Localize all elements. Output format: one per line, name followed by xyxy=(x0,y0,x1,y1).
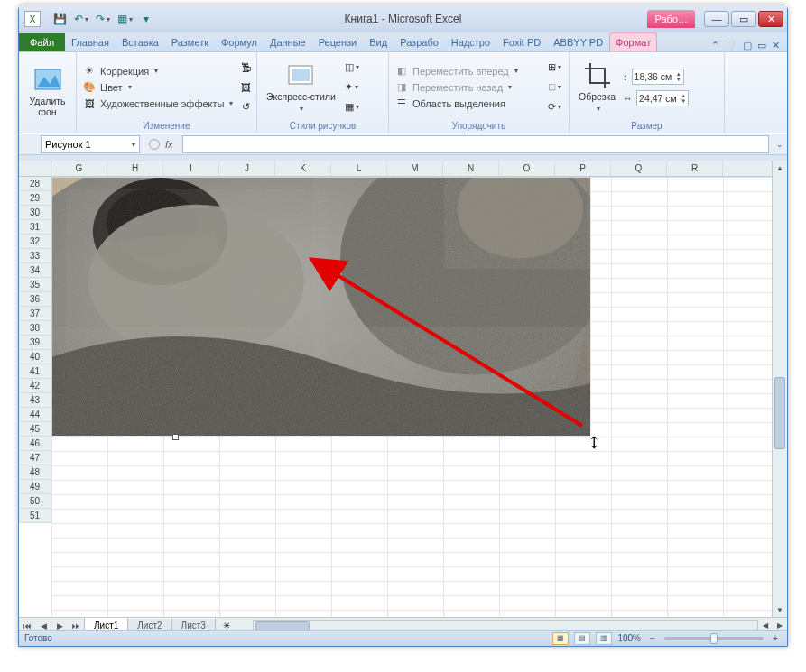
artistic-effects-button[interactable]: 🖼 Художественные эффекты▾ xyxy=(82,97,233,111)
change-picture-icon[interactable]: 🖼 xyxy=(236,78,255,97)
picture-object[interactable] xyxy=(51,177,591,437)
undo-icon[interactable]: ↶▾ xyxy=(72,10,90,28)
tab-last-icon[interactable]: ⏭ xyxy=(68,621,84,631)
row-header[interactable]: 51 xyxy=(19,509,51,523)
row-header[interactable]: 47 xyxy=(19,451,51,465)
row-header[interactable]: 44 xyxy=(19,408,51,422)
zoom-out-icon[interactable]: − xyxy=(646,633,659,643)
scrollbar-thumb[interactable] xyxy=(774,377,785,449)
align-icon[interactable]: ⊞▾ xyxy=(545,59,563,77)
spinner-icon[interactable]: ▲▼ xyxy=(676,71,681,82)
row-header[interactable]: 49 xyxy=(19,480,51,494)
row-header[interactable]: 38 xyxy=(19,321,51,336)
picture-border-icon[interactable]: ◫▾ xyxy=(343,59,361,77)
column-header[interactable]: I xyxy=(163,161,219,176)
tab-view[interactable]: Вид xyxy=(363,32,394,51)
express-styles-button[interactable]: Экспресс-стили ▾ xyxy=(263,60,339,115)
tab-formulas[interactable]: Формул xyxy=(215,32,264,51)
vertical-scrollbar[interactable]: ▲ ▼ xyxy=(772,161,787,617)
row-header[interactable]: 30 xyxy=(19,206,51,220)
row-header[interactable]: 33 xyxy=(19,249,51,263)
send-backward-button[interactable]: ◨ Переместить назад▾ xyxy=(394,80,542,95)
height-input[interactable]: 18,36 см ▲▼ xyxy=(632,69,684,85)
remove-background-button[interactable]: Удалить фон xyxy=(25,64,69,119)
column-header[interactable]: R xyxy=(667,161,723,176)
tab-prev-icon[interactable]: ◀ xyxy=(35,621,51,631)
column-header[interactable]: H xyxy=(107,161,163,176)
row-header[interactable]: 43 xyxy=(19,393,51,408)
column-header[interactable]: P xyxy=(555,161,611,176)
formula-expand-icon[interactable]: ⌄ xyxy=(773,140,787,149)
hscroll-thumb[interactable] xyxy=(255,621,310,631)
tab-first-icon[interactable]: ⏮ xyxy=(19,621,35,631)
bring-forward-button[interactable]: ◧ Переместить вперед▾ xyxy=(394,64,542,78)
minimize-button[interactable]: — xyxy=(704,11,729,27)
qat-dropdown-icon[interactable]: ▾ xyxy=(137,10,155,28)
tab-developer[interactable]: Разрабо xyxy=(394,32,445,51)
formula-input[interactable] xyxy=(182,135,769,153)
qat-more-icon[interactable]: ▦▾ xyxy=(116,10,134,28)
tab-home[interactable]: Главная xyxy=(65,32,116,51)
ribbon-minimize-icon[interactable]: ⌃ xyxy=(711,40,719,51)
file-tab[interactable]: Файл xyxy=(19,33,65,51)
row-headers[interactable]: 2829303132333435363738394041424344454647… xyxy=(19,177,51,523)
spinner-icon[interactable]: ▲▼ xyxy=(681,93,686,104)
rotate-icon[interactable]: ⟳▾ xyxy=(545,98,563,116)
select-all-corner[interactable] xyxy=(19,161,51,177)
save-icon[interactable]: 💾 xyxy=(51,10,69,28)
crop-button[interactable]: Обрезка ▾ xyxy=(575,60,619,115)
redo-icon[interactable]: ↷▾ xyxy=(94,10,112,28)
zoom-in-icon[interactable]: + xyxy=(769,633,782,643)
view-normal-icon[interactable]: ▦ xyxy=(552,632,569,645)
width-input[interactable]: 24,47 см ▲▼ xyxy=(636,90,689,106)
scroll-left-icon[interactable]: ◀ xyxy=(758,621,773,630)
column-header[interactable]: G xyxy=(51,161,107,176)
tab-review[interactable]: Рецензи xyxy=(312,32,364,51)
group-icon[interactable]: ⊡▾ xyxy=(545,78,563,97)
name-box[interactable]: Рисунок 1 ▾ xyxy=(41,135,140,153)
row-header[interactable]: 29 xyxy=(19,191,51,206)
name-box-dropdown-icon[interactable]: ▾ xyxy=(132,141,135,149)
column-header[interactable]: J xyxy=(219,161,275,176)
tab-abbyy[interactable]: ABBYY PD xyxy=(547,32,609,51)
tab-foxit[interactable]: Foxit PD xyxy=(496,32,547,51)
cells-grid[interactable]: ⤢ xyxy=(51,177,772,617)
help-icon[interactable]: ❔ xyxy=(725,40,737,51)
ribbon-display-options-icon[interactable]: ▢ xyxy=(743,40,752,51)
row-header[interactable]: 41 xyxy=(19,364,51,379)
row-header[interactable]: 48 xyxy=(19,465,51,480)
maximize-button[interactable]: ▭ xyxy=(731,11,756,27)
compress-pictures-icon[interactable]: 🗜 xyxy=(236,59,255,77)
row-header[interactable]: 28 xyxy=(19,177,51,191)
close-workbook-icon[interactable]: ✕ xyxy=(772,40,780,51)
column-header[interactable]: O xyxy=(499,161,555,176)
tab-data[interactable]: Данные xyxy=(264,32,312,51)
column-header[interactable]: L xyxy=(331,161,387,176)
row-header[interactable]: 39 xyxy=(19,336,51,350)
scroll-down-icon[interactable]: ▼ xyxy=(773,603,787,617)
row-header[interactable]: 37 xyxy=(19,307,51,321)
zoom-slider[interactable] xyxy=(664,637,764,640)
row-header[interactable]: 42 xyxy=(19,379,51,393)
picture-layout-icon[interactable]: ▦▾ xyxy=(343,98,361,116)
row-header[interactable]: 46 xyxy=(19,437,51,451)
column-header[interactable]: Q xyxy=(611,161,667,176)
tab-insert[interactable]: Вставка xyxy=(116,32,165,51)
corrections-button[interactable]: ☀ Коррекция▾ xyxy=(82,64,233,78)
zoom-level[interactable]: 100% xyxy=(617,633,641,643)
row-header[interactable]: 50 xyxy=(19,494,51,509)
selection-handle[interactable] xyxy=(172,434,179,440)
fx-icon[interactable]: fx xyxy=(165,139,173,150)
row-header[interactable]: 32 xyxy=(19,235,51,249)
row-header[interactable]: 45 xyxy=(19,422,51,437)
reset-picture-icon[interactable]: ↺ xyxy=(236,98,255,116)
tab-format[interactable]: Формат xyxy=(609,32,657,51)
row-header[interactable]: 31 xyxy=(19,220,51,235)
column-headers[interactable]: GHIJKLMNOPQR xyxy=(51,161,772,177)
tab-page-layout[interactable]: Разметк xyxy=(165,32,215,51)
restore-workbook-icon[interactable]: ▭ xyxy=(757,40,766,51)
tab-addins[interactable]: Надстро xyxy=(445,32,496,51)
scroll-up-icon[interactable]: ▲ xyxy=(773,161,787,175)
picture-effects-icon[interactable]: ✦▾ xyxy=(343,78,361,97)
column-header[interactable]: M xyxy=(387,161,443,176)
